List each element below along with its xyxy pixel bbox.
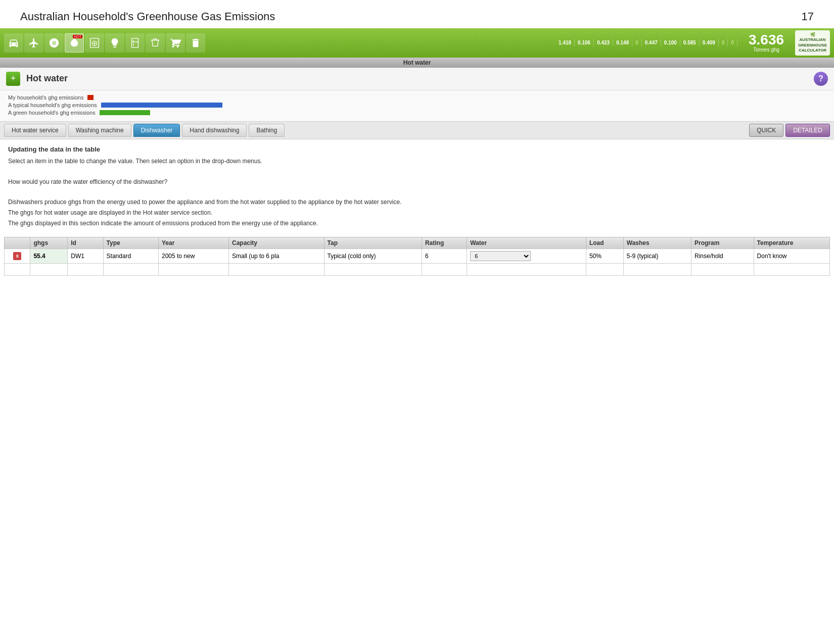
col-header-water: Water [467,237,586,249]
green-emission-bar [100,110,150,115]
section-label-bar: Hot water [0,58,834,68]
car-icon[interactable] [4,33,23,53]
add-button[interactable]: + [6,72,20,86]
type-cell[interactable]: Standard [103,249,158,263]
value-6: 0.447 [642,39,661,46]
year-cell[interactable]: 2005 to new [159,249,229,263]
col-header-temperature: Temperature [754,237,829,249]
tab-bathing[interactable]: Bathing [249,124,285,137]
tab-hand-dishwashing[interactable]: Hand dishwashing [182,124,247,137]
rating-cell[interactable]: 6 [422,249,467,263]
program-cell[interactable]: Rinse/hold [691,249,754,263]
value-7: 0.100 [661,39,680,46]
typical-emission-bar [101,103,222,108]
tap-cell[interactable]: Typical (cold only) [324,249,422,263]
instructions-line1: Select an item in the table to change th… [8,157,826,166]
value-2: 0.106 [575,39,594,46]
delete-row-button[interactable]: x [13,252,21,260]
col-header-id: Id [68,237,103,249]
main-toolbar: HOT 1.418 0.106 0.423 0. [0,28,834,58]
tab-hot-water-service[interactable]: Hot water service [4,124,66,137]
main-content: + Hot water ? My household's ghg emissio… [0,68,834,278]
value-3: 0.423 [594,39,613,46]
table-container: ghgs Id Type Year Capacity Tap Rating Wa… [0,235,834,278]
typical-emission-label: A typical household's ghg emissions [8,102,97,108]
section-header: + Hot water ? [0,68,834,90]
instructions-info1: Dishwashers produce ghgs from the energy… [8,197,826,207]
col-header-capacity: Capacity [228,237,324,249]
value-11: 0 [728,39,737,46]
col-header-load: Load [586,237,623,249]
my-emission-bar [87,95,94,100]
ghg-value: 3.636 [749,33,784,47]
table-row: x 55.4 DW1 Standard 2005 to new Small (u… [5,249,830,263]
instructions-area: Updating the data in the table Select an… [0,139,834,235]
toolbar-values: 1.418 0.106 0.423 0.148 0 0.447 0.100 0.… [555,39,737,46]
value-9: 0.409 [700,39,719,46]
col-header-tap: Tap [324,237,422,249]
trash-icon[interactable] [186,33,205,53]
green-emission-row: A green household's ghg emissions [8,110,826,116]
delete-cell: x [5,249,30,263]
instructions-info3: The ghgs displayed in this section indic… [8,219,826,228]
detailed-view-button[interactable]: DETAILED [785,124,830,137]
green-emission-label: A green household's ghg emissions [8,110,96,116]
washing-machine-icon[interactable] [85,33,104,53]
bbq-icon[interactable] [146,33,165,53]
col-header-program: Program [691,237,754,249]
emissions-summary: My household's ghg emissions A typical h… [0,90,834,121]
value-10: 0 [719,39,728,46]
empty-row-1 [5,263,830,275]
temperature-cell[interactable]: Don't know [754,249,829,263]
ghg-total-display: 3.636 Tonnes ghg [749,33,784,53]
col-header-rating: Rating [422,237,467,249]
value-5: 0 [632,39,642,46]
page-title: Australian Household's Greenhouse Gas Em… [20,10,275,23]
water-cell[interactable]: 6 7 8 9 10 [467,249,586,263]
plane-icon[interactable] [24,33,43,53]
tab-dishwasher[interactable]: Dishwasher [133,124,180,137]
capacity-cell[interactable]: Small (up to 6 pla [228,249,324,263]
tabs-row: Hot water service Washing machine Dishwa… [0,121,834,139]
value-4: 0.148 [613,39,632,46]
instructions-question: How would you rate the water efficiency … [8,177,826,187]
heating-icon[interactable] [44,33,64,53]
page-number: 17 [802,10,814,23]
col-header-washes: Washes [623,237,691,249]
toolbar-icons-group: HOT [4,33,550,53]
table-header-row: ghgs Id Type Year Capacity Tap Rating Wa… [5,237,830,249]
section-title: Hot water [26,73,814,84]
my-emission-label: My household's ghg emissions [8,94,83,101]
fridge-icon[interactable] [125,33,145,53]
water-select[interactable]: 6 7 8 9 10 [470,251,531,261]
appliance-table: ghgs Id Type Year Capacity Tap Rating Wa… [4,237,830,276]
col-header-delete [5,237,30,249]
typical-emission-row: A typical household's ghg emissions [8,102,826,108]
hot-badge: HOT [73,35,82,38]
svg-rect-3 [132,38,138,47]
ghg-label: Tonnes ghg [753,47,779,53]
col-header-type: Type [103,237,158,249]
page-header: Australian Household's Greenhouse Gas Em… [0,0,834,28]
id-cell[interactable]: DW1 [68,249,103,263]
lightbulb-icon[interactable] [105,33,124,53]
shopping-cart-icon[interactable] [166,33,185,53]
logo: 🌿 AUSTRALIAN GREENHOUSE CALCULATOR [795,30,830,56]
svg-point-2 [94,42,96,44]
col-header-ghgs: ghgs [30,237,68,249]
instructions-heading: Updating the data in the table [8,144,826,155]
tab-washing-machine[interactable]: Washing machine [68,124,131,137]
quick-view-button[interactable]: QUICK [749,124,783,137]
value-1: 1.418 [555,39,575,46]
washes-cell[interactable]: 5-9 (typical) [623,249,691,263]
instructions-info2: The ghgs for hot water usage are display… [8,208,826,218]
value-8: 0.585 [680,39,700,46]
load-cell[interactable]: 50% [586,249,623,263]
help-button[interactable]: ? [814,72,828,86]
ghgs-cell[interactable]: 55.4 [30,249,68,263]
my-emission-row: My household's ghg emissions [8,94,826,101]
hot-water-icon[interactable]: HOT [65,33,84,53]
col-header-year: Year [159,237,229,249]
